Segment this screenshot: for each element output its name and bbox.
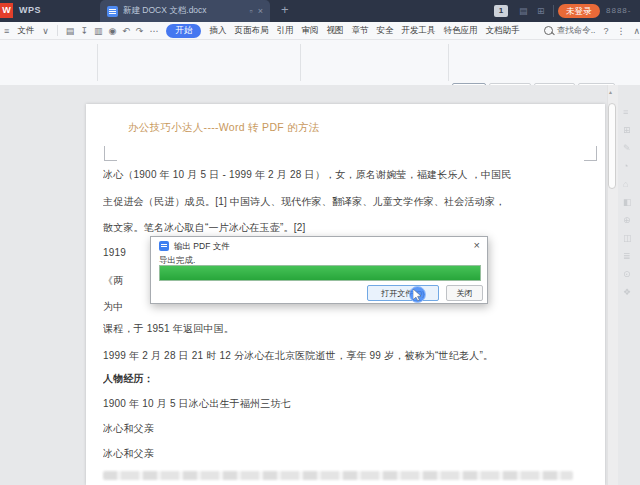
open-file-button[interactable]: 打开文件(O) bbox=[367, 285, 439, 301]
new-tab-button[interactable]: + bbox=[281, 2, 289, 17]
faded-icon: ❖ bbox=[623, 287, 632, 297]
ribbon-toolbar: 粘贴▾ × 剪切 ▫ 复制 格式刷 微软雅黑▾ 五号▾ A⁺ A⁻ ⊘ ▾ B … bbox=[0, 40, 640, 86]
tab-references[interactable]: 引用 bbox=[276, 25, 293, 37]
faded-icon: ≡ bbox=[623, 107, 632, 117]
redo-icon[interactable]: ↷ bbox=[136, 26, 144, 36]
margin-mark-right bbox=[584, 146, 597, 161]
document-line[interactable]: 冰心和父亲 bbox=[103, 447, 598, 461]
ribbon-divider bbox=[97, 44, 98, 81]
notification-badge[interactable]: 1 bbox=[494, 5, 508, 17]
right-panel-faded-icons: ≡ ⊞ ✎ ◔ ⌂ ◧ ⊕ ◫ ≣ ⊙ ❖ bbox=[623, 107, 632, 297]
tab-developer[interactable]: 开发工具 bbox=[401, 25, 435, 37]
faded-icon: ⊙ bbox=[623, 269, 632, 279]
faded-icon: ✎ bbox=[623, 143, 632, 153]
search-icon bbox=[544, 26, 553, 35]
tab-section[interactable]: 章节 bbox=[351, 25, 368, 37]
search-label: 查找命令.. bbox=[557, 25, 596, 37]
document-line[interactable]: 散文家。笔名冰心取自“一片冰心在玉壶”。[2] bbox=[103, 221, 598, 235]
tabbar-divider bbox=[553, 5, 554, 17]
document-line[interactable]: 1919 bbox=[103, 247, 147, 258]
export-progress-fill bbox=[160, 266, 480, 280]
wps-logo: W bbox=[0, 3, 13, 18]
export-progress-bar bbox=[159, 265, 481, 281]
faded-icon: ≣ bbox=[623, 251, 632, 261]
corner-text: 8888- bbox=[606, 6, 631, 15]
print-preview-icon[interactable]: ◉ bbox=[108, 26, 116, 36]
save-icon[interactable]: ▤ bbox=[66, 26, 75, 36]
tab-view[interactable]: 视图 bbox=[326, 25, 343, 37]
docx-file-icon bbox=[107, 6, 118, 17]
faded-icon: ◫ bbox=[623, 233, 632, 243]
export-pdf-dialog: 输出 PDF 文件 × 导出完成. 打开文件(O) 关闭 bbox=[150, 236, 488, 304]
file-caret-icon[interactable]: ∨ bbox=[42, 26, 49, 36]
share-icon[interactable]: ⊞ bbox=[537, 6, 545, 16]
document-line[interactable]: 1900 年 10 月 5 日冰心出生于福州三坊七 bbox=[103, 397, 598, 411]
faded-icon: ◧ bbox=[623, 197, 632, 207]
blurred-text-line bbox=[103, 471, 573, 480]
tab-doc-assistant[interactable]: 文档助手 bbox=[485, 25, 519, 37]
document-line[interactable]: 1999 年 2 月 28 日 21 时 12 分冰心在北京医院逝世，享年 99… bbox=[103, 349, 598, 363]
tab-insert[interactable]: 插入 bbox=[209, 25, 226, 37]
document-line[interactable]: 《两 bbox=[103, 274, 147, 288]
member-icon[interactable]: ▤ bbox=[519, 6, 528, 16]
collapse-ribbon-icon[interactable]: ∧ bbox=[633, 26, 640, 36]
more-menu-icon[interactable]: ⋮ bbox=[616, 26, 625, 36]
scrollbar-up-icon[interactable]: ▴ bbox=[609, 88, 612, 95]
document-line[interactable]: 冰心（1900 年 10 月 5 日 - 1999 年 2 月 28 日），女，… bbox=[103, 168, 598, 182]
tab-review[interactable]: 审阅 bbox=[301, 25, 318, 37]
dialog-title: 输出 PDF 文件 bbox=[174, 241, 230, 253]
faded-icon: ⊕ bbox=[623, 215, 632, 225]
document-tab[interactable]: 新建 DOCX 文档.docx ▫ × bbox=[100, 0, 270, 22]
scrollbar-thumb[interactable] bbox=[608, 103, 616, 189]
menu-bar: ≡ 文件 ∨ ▤ ↧ ▥ ◉ ↶ ↷ ⋯ 开始 插入 页面布局 引用 审阅 视图… bbox=[0, 22, 640, 40]
tab-wps-home[interactable]: WPS bbox=[19, 5, 41, 15]
click-indicator bbox=[409, 286, 426, 303]
faded-icon: ⌂ bbox=[623, 179, 632, 189]
close-dialog-button[interactable]: 关闭 bbox=[446, 285, 483, 301]
document-line[interactable]: 为中 bbox=[103, 300, 147, 314]
wps-writer-window: W WPS 新建 DOCX 文档.docx ▫ × + 1 ▤ ⊞ 未登录 88… bbox=[0, 0, 640, 485]
dialog-close-icon[interactable]: × bbox=[474, 239, 480, 251]
document-tab-title: 新建 DOCX 文档.docx bbox=[123, 5, 245, 17]
hamburger-icon[interactable]: ≡ bbox=[4, 26, 9, 36]
tab-special-apps[interactable]: 特色应用 bbox=[443, 25, 477, 37]
ribbon-divider bbox=[300, 44, 301, 81]
tab-home[interactable]: 开始 bbox=[166, 24, 201, 38]
help-icon[interactable]: ? bbox=[603, 26, 608, 36]
faded-icon: ◔ bbox=[623, 161, 632, 171]
pin-tab-icon[interactable]: ▫ bbox=[250, 6, 253, 16]
menu-divider bbox=[57, 25, 58, 36]
document-line[interactable]: 课程，于 1951 年返回中国。 bbox=[103, 322, 598, 336]
print-icon[interactable]: ▥ bbox=[94, 26, 103, 36]
login-button[interactable]: 未登录 bbox=[558, 4, 600, 18]
export-icon[interactable]: ↧ bbox=[80, 26, 88, 36]
tab-page-layout[interactable]: 页面布局 bbox=[234, 25, 268, 37]
close-tab-icon[interactable]: × bbox=[258, 6, 263, 16]
mouse-cursor-icon bbox=[413, 289, 422, 301]
margin-mark-left bbox=[104, 146, 117, 161]
faded-icon: ⊞ bbox=[623, 125, 632, 135]
find-command-search[interactable]: 查找命令.. bbox=[544, 25, 596, 37]
menu-file[interactable]: 文件 bbox=[17, 25, 34, 37]
document-line[interactable]: 人物经历： bbox=[103, 372, 598, 386]
pdf-dialog-icon bbox=[159, 241, 169, 251]
document-line[interactable]: 冰心和父亲 bbox=[103, 422, 598, 436]
more-commands-icon[interactable]: ⋯ bbox=[149, 26, 158, 36]
ribbon-divider bbox=[448, 44, 449, 81]
tab-security[interactable]: 安全 bbox=[376, 25, 393, 37]
window-tab-bar: W WPS 新建 DOCX 文档.docx ▫ × + 1 ▤ ⊞ 未登录 88… bbox=[0, 0, 640, 22]
document-line[interactable]: 主促进会（民进）成员。[1] 中国诗人、现代作家、翻译家、儿童文学作家、社会活动… bbox=[103, 195, 598, 209]
undo-icon[interactable]: ↶ bbox=[122, 26, 130, 36]
document-heading[interactable]: 办公技巧小达人----Word 转 PDF 的方法 bbox=[128, 121, 320, 135]
